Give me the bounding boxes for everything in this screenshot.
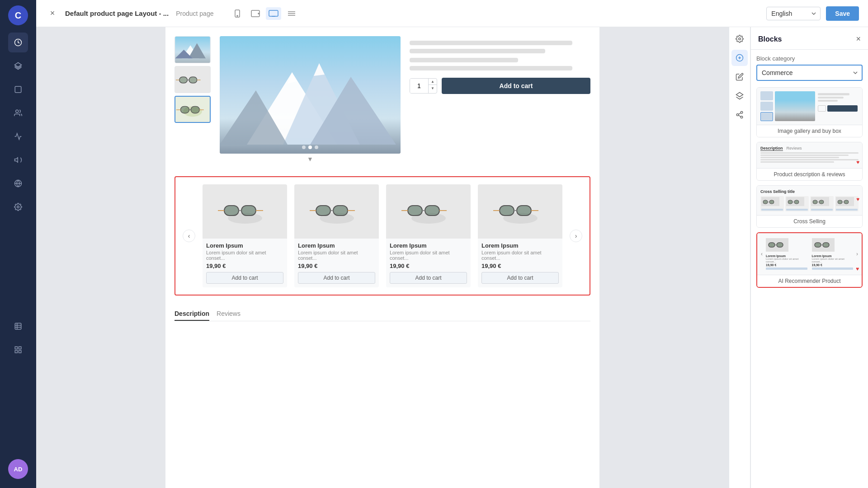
ai-prev-icon[interactable]: ‹ [761,251,763,257]
tab-reviews[interactable]: Reviews [217,307,241,321]
svg-rect-14 [19,351,21,353]
sidebar-icon-layers[interactable] [8,56,28,76]
cross-selling-section: ‹ [175,176,590,296]
topbar-right: English French German Save [766,6,859,21]
cross-product-3-image [386,184,471,239]
block-ai-preview: ‹ Lorem Ipsum Lorem ipsum dolor sit amet… [757,233,862,275]
cross-product-4-title: Lorem Ipsum [481,242,559,249]
cross-product-3-info: Lorem Ipsum Lorem ipsum dolor sit amet c… [386,239,471,287]
cross-product-1-image [203,184,287,239]
main-img-container [220,36,401,154]
block-description-preview: Description Reviews ♥ [757,142,862,168]
svg-line-87 [738,113,741,114]
cross-product-2-price: 19,90 € [298,263,375,269]
svg-rect-15 [15,351,17,353]
quantity-up-btn[interactable]: ▲ [429,79,437,85]
add-to-cart-button[interactable]: Add to cart [442,78,590,94]
block-category-label: Block category [756,55,863,62]
block-item-description[interactable]: Description Reviews ♥ Product descriptio… [756,142,863,181]
svg-marker-4 [15,158,18,163]
tool-edit-icon[interactable] [731,69,748,85]
quantity-down-btn[interactable]: ▼ [429,85,437,91]
tool-settings-icon[interactable] [731,31,748,47]
cross-selling-products: ‹ [183,184,582,287]
app-logo[interactable]: C [8,5,28,25]
svg-point-19 [258,13,259,14]
blocks-close-btn[interactable]: × [856,34,861,44]
close-button[interactable]: × [45,6,60,21]
product-info: ▲ ▼ Add to cart [410,36,590,163]
cross-product-2: Lorem Ipsum Lorem ipsum dolor sit amet c… [294,184,379,287]
device-mobile-btn[interactable] [230,7,245,20]
cross-next-btn[interactable]: › [570,230,582,242]
block-item-ai-recommender[interactable]: ‹ Lorem Ipsum Lorem ipsum dolor sit amet… [756,232,863,288]
svg-rect-13 [19,347,21,349]
carousel-dot-2[interactable] [308,145,312,149]
quantity-add-cart-row: ▲ ▼ Add to cart [410,78,590,94]
sidebar-icon-widget[interactable] [8,340,28,360]
user-avatar[interactable]: AD [8,459,28,479]
tool-add-icon[interactable] [731,50,748,66]
sidebar-icon-dashboard[interactable] [8,33,28,52]
cross-product-3-price: 19,90 € [390,263,467,269]
svg-rect-73 [500,206,514,216]
carousel-dot-1[interactable] [302,145,306,149]
cross-product-2-desc: Lorem ipsum dolor sit amet conset... [298,250,375,261]
device-desktop-btn[interactable] [266,7,281,20]
cross-product-3-add-btn[interactable]: Add to cart [390,272,467,284]
scroll-down-chevron[interactable]: ▼ [220,155,401,163]
product-price-placeholder [410,58,518,62]
cross-prev-btn[interactable]: ‹ [183,230,195,242]
device-tablet-btn[interactable] [248,7,263,20]
carousel-dot-3[interactable] [315,145,318,149]
cross-product-4-price: 19,90 € [481,263,559,269]
block-cross-preview: Cross Selling title [757,186,862,215]
sidebar-icon-chart[interactable] [8,127,28,146]
sidebar-icon-globe[interactable] [8,174,28,193]
svg-rect-105 [769,243,775,247]
tab-description[interactable]: Description [175,307,209,321]
description-section: Description Reviews [165,300,599,321]
page-type-label: Product page [176,10,213,17]
sidebar-icon-megaphone[interactable] [8,150,28,170]
block-item-gallery[interactable]: Image gallery and buy box [756,87,863,137]
block-ai-label: AI Recommender Product [757,275,862,287]
tool-layers-icon[interactable] [731,88,748,104]
canvas-area: ▼ ▲ ▼ [36,27,729,488]
cross-product-4-add-btn[interactable]: Add to cart [481,272,559,284]
sidebar-icon-table[interactable] [8,316,28,336]
svg-point-85 [741,116,743,118]
product-desc-placeholder [410,66,572,70]
thumbnail-product[interactable] [175,96,211,123]
block-gallery-preview [757,88,862,125]
svg-rect-110 [823,243,829,247]
svg-point-17 [237,15,238,16]
svg-rect-98 [819,200,824,204]
svg-rect-52 [224,206,239,216]
svg-rect-39 [191,106,199,113]
svg-rect-32 [189,77,197,83]
cross-product-3: Lorem Ipsum Lorem ipsum dolor sit amet c… [386,184,471,287]
sidebar-icon-box[interactable] [8,80,28,99]
thumbnail-mountain[interactable] [175,36,211,63]
sidebar: C AD [0,0,36,488]
svg-rect-97 [813,200,817,204]
device-list-btn[interactable] [284,7,299,20]
cross-product-2-add-btn[interactable]: Add to cart [298,272,375,284]
language-select[interactable]: English French German [766,7,821,20]
block-category-select[interactable]: Commerce [756,65,863,81]
sidebar-icon-users[interactable] [8,103,28,123]
cross-product-1-add-btn[interactable]: Add to cart [206,272,283,284]
ai-next-icon[interactable]: › [856,251,858,257]
description-heart-icon: ♥ [856,159,859,165]
thumbnail-glasses[interactable] [175,66,211,93]
svg-rect-12 [15,347,17,349]
cross-product-2-info: Lorem Ipsum Lorem ipsum dolor sit amet c… [294,239,379,287]
quantity-input[interactable] [410,79,428,93]
ai-heart-icon: ♥ [856,266,859,272]
save-button[interactable]: Save [826,6,859,21]
sidebar-icon-settings[interactable] [8,197,28,217]
svg-point-7 [17,206,19,208]
tool-share-icon[interactable] [731,107,748,123]
block-item-cross-selling[interactable]: Cross Selling title [756,185,863,228]
